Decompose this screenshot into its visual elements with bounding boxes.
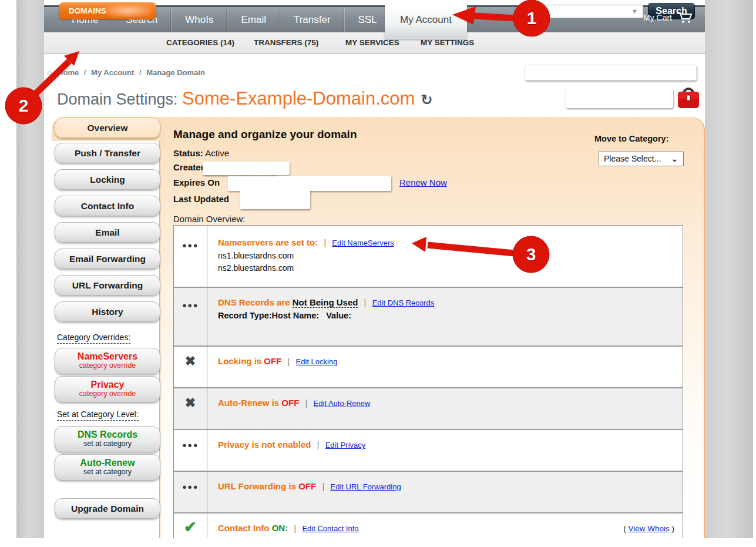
breadcrumb-separator: /: [136, 68, 145, 77]
sidebar-item-nameservers-override[interactable]: NameServers category override: [55, 348, 160, 374]
auto-renew-category-label: Auto-Renew: [55, 457, 160, 468]
nav-tab-email[interactable]: Email: [227, 7, 280, 32]
nameservers-override-sub: category override: [55, 362, 160, 370]
page-title: Domain Settings: Some-Example-Domain.com…: [57, 88, 432, 109]
row-status: ON:: [272, 523, 288, 533]
nav-tab-ssl[interactable]: SSL: [344, 7, 391, 32]
nameserver-1: ns1.bluestardns.com: [218, 250, 683, 262]
subnav-item-categories[interactable]: CATEGORIES (14): [166, 38, 234, 47]
dots-icon: ●●●: [182, 301, 199, 310]
row-separator: |: [290, 523, 300, 533]
page-title-domain: Some-Example-Domain.com: [182, 88, 415, 109]
table-row-url-forwarding: ●●● URL Forwarding is OFF | Edit URL For…: [174, 471, 683, 512]
row-title: URL Forwarding is: [218, 481, 298, 491]
row-separator: |: [314, 439, 323, 449]
subnav-item-domains[interactable]: DOMAINS: [59, 2, 156, 19]
row-title: Nameservers are set to:: [218, 237, 318, 247]
subnav-item-transfers[interactable]: TRANSFERS (75): [254, 38, 318, 47]
domain-settings-page: Home Search WhoIs Email Transfer SSL My …: [0, 0, 756, 547]
bottom-crop-bar: [0, 538, 756, 547]
domains-redacted-blur: [105, 5, 152, 17]
breadcrumb-home[interactable]: Home: [58, 68, 79, 77]
sidebar-item-upgrade-domain[interactable]: Upgrade Domain: [55, 498, 160, 519]
view-whois-link[interactable]: View Whois: [628, 524, 669, 533]
redacted-box-top-right: [525, 65, 697, 80]
auto-renew-category-sub: set at category: [55, 468, 160, 476]
table-row-nameservers: ●●● Nameservers are set to: | Edit NameS…: [174, 226, 683, 287]
row-icon-cell: ●●●: [174, 472, 207, 512]
status-value: Active: [203, 148, 229, 158]
edit-locking-link[interactable]: Edit Locking: [296, 357, 338, 366]
renew-now-link[interactable]: Renew Now: [399, 177, 447, 187]
nav-tab-my-account[interactable]: My Account: [385, 5, 467, 39]
row-title: Locking is: [218, 356, 264, 366]
created-dashed-underline: [203, 176, 277, 176]
sidebar-item-push-transfer[interactable]: Push / Transfer: [55, 143, 160, 163]
sidebar-item-contact-info[interactable]: Contact Info: [55, 196, 160, 216]
breadcrumb-my-account[interactable]: My Account: [91, 68, 134, 77]
refresh-icon[interactable]: ↻: [421, 92, 432, 108]
row-status: OFF: [264, 356, 281, 366]
edit-nameservers-link[interactable]: Edit NameServers: [332, 239, 394, 247]
row-icon-cell: ●●●: [174, 288, 207, 345]
row-status: OFF: [281, 398, 299, 408]
check-icon: ✔: [184, 518, 197, 536]
subnav-search-input[interactable]: [525, 5, 625, 16]
page-title-prefix: Domain Settings:: [57, 90, 182, 108]
table-row-locking: ✖ Locking is OFF | Edit Locking: [174, 345, 683, 387]
domains-label: DOMAINS: [69, 6, 106, 15]
subnav-item-my-services[interactable]: MY SERVICES: [345, 38, 399, 47]
redacted-updated-date: [240, 189, 310, 209]
edit-contact-info-link[interactable]: Edit Contact Info: [302, 524, 358, 533]
toolbox-icon[interactable]: [677, 86, 700, 110]
nav-tab-whois[interactable]: WhoIs: [171, 7, 227, 32]
expires-label: Expires On: [173, 177, 220, 187]
edit-auto-renew-link[interactable]: Edit Auto-Renew: [314, 399, 371, 408]
my-cart[interactable]: My Cart: [643, 12, 697, 24]
edit-url-forwarding-link[interactable]: Edit URL Forwarding: [330, 482, 401, 491]
row-title: DNS Records are: [218, 297, 293, 307]
privacy-override-label: Privacy: [55, 379, 160, 390]
edit-privacy-link[interactable]: Edit Privacy: [325, 441, 366, 449]
row-separator: |: [320, 237, 330, 247]
x-icon: ✖: [185, 395, 196, 410]
category-overrides-label: Category Overrides:: [57, 333, 130, 344]
row-status: OFF: [298, 481, 316, 491]
row-icon-cell: ●●●: [174, 430, 207, 471]
redacted-box-title-right: [566, 88, 673, 108]
sidebar-item-dns-records-category[interactable]: DNS Records set at category: [55, 426, 160, 452]
breadcrumb: ⌂ Home / My Account / Manage Domain: [47, 68, 205, 77]
whois-paren-close: ): [670, 524, 674, 533]
expires-line: Expires On: [173, 177, 220, 187]
domain-overview-label: Domain Overview:: [173, 214, 246, 224]
status-line: Status: Active: [173, 148, 229, 158]
row-title: Contact Info: [218, 523, 272, 533]
sidebar-item-email[interactable]: Email: [55, 222, 160, 243]
sidebar-item-url-forwarding[interactable]: URL Forwarding: [55, 275, 160, 296]
chevron-down-icon[interactable]: ▼: [631, 8, 638, 15]
subnav-item-my-settings[interactable]: MY SETTINGS: [421, 38, 474, 47]
subnav-search-combobox[interactable]: ▼: [525, 5, 643, 18]
edit-dns-records-link[interactable]: Edit DNS Records: [372, 298, 434, 307]
privacy-override-sub: category override: [55, 390, 160, 398]
row-icon-cell: ✖: [174, 347, 207, 387]
main-heading: Manage and organize your domain: [173, 128, 357, 141]
row-status: Not Being Used: [293, 297, 358, 308]
nav-tab-transfer[interactable]: Transfer: [280, 7, 344, 32]
breadcrumb-manage-domain: Manage Domain: [146, 68, 205, 77]
category-select[interactable]: Please Select... ⌄: [599, 152, 684, 166]
sidebar-item-locking[interactable]: Locking: [55, 169, 160, 190]
sidebar-item-history[interactable]: History: [55, 301, 160, 322]
home-icon: ⌂: [47, 68, 52, 77]
right-gutter: [705, 0, 753, 547]
dns-records-category-label: DNS Records: [55, 429, 160, 440]
cart-icon: [677, 12, 693, 24]
sidebar-item-privacy-override[interactable]: Privacy category override: [55, 376, 160, 402]
sidebar-item-auto-renew-category[interactable]: Auto-Renew set at category: [55, 454, 160, 481]
sidebar-item-email-forwarding[interactable]: Email Forwarding: [55, 249, 160, 269]
category-select-value: Please Select...: [604, 154, 661, 163]
dns-records-category-sub: set at category: [55, 440, 160, 448]
view-whois-note: ( View Whois ): [623, 524, 674, 533]
sidebar-item-overview[interactable]: Overview: [55, 118, 160, 138]
move-to-category-label: Move to Category:: [594, 134, 669, 143]
